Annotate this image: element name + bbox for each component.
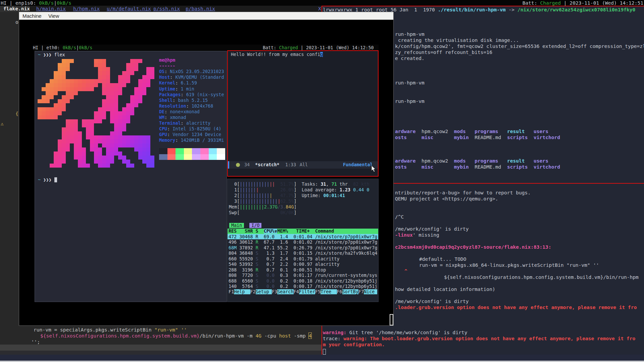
htop-pane[interactable]: 0[||||||||||||| 51.7%] 1[||||||| 26.0%] …	[227, 179, 379, 302]
text-span	[501, 164, 507, 170]
text-span: ->	[506, 7, 517, 12]
color-swatch	[159, 148, 167, 154]
text-span: :	[172, 98, 178, 103]
text-span: ]	[294, 204, 297, 209]
text-span: ./result/bin/run-hpm-vm	[438, 7, 506, 12]
text-span	[525, 128, 534, 134]
text-span	[466, 158, 475, 164]
text-span: Mem[	[229, 204, 240, 209]
text-span: run-vm = specialArgs.pkgs.writeScriptBin	[34, 327, 154, 333]
tab-active-flake-nix[interactable]: flake.nix	[0, 6, 30, 12]
vm-terminal-pane[interactable]: ~ ❯❯❯ flex me@hpm------OS: NixOS 23.05.2…	[35, 51, 227, 302]
tab-h-main-nix[interactable]: h/main.nix	[36, 6, 66, 12]
text-span: S	[256, 284, 258, 289]
text-span: 1[	[229, 187, 240, 192]
text-span: flex	[54, 52, 65, 57]
text-span: misc	[422, 164, 433, 170]
text-span: 0kB/s	[57, 0, 71, 6]
text-span: 1.3 1.7 0:01.15 /nix/store/ha2fv9kc6lq4	[258, 251, 378, 256]
tmux-status-bar	[0, 355, 644, 361]
text-span: Terminal	[159, 121, 181, 126]
terminal-line: QEMU project at <https://qemu.org>.	[395, 196, 498, 202]
text-span: 00:01:41	[324, 193, 345, 198]
htop-tab-main[interactable]: Main	[229, 223, 244, 228]
emacs-position: 1:33	[285, 162, 296, 168]
text-span: 68M	[229, 245, 237, 250]
text-span: 0kB/s	[63, 45, 76, 50]
fkey-action-setup[interactable]: Setup	[256, 289, 272, 294]
text-span: ❯❯❯	[41, 52, 54, 57]
text-span: mods	[454, 128, 466, 134]
htop-meter: Swp[ 0K/0K]	[229, 210, 297, 216]
text-span: 31	[320, 182, 326, 187]
menu-machine[interactable]: Machine	[22, 13, 42, 19]
fkey-action-sortby[interactable]: SortBy	[342, 289, 358, 294]
text-span: host	[279, 333, 291, 339]
text-span: #default... TODO	[419, 256, 466, 262]
fetch-line: Terminal: alacritty	[159, 121, 210, 126]
text-span: scripts	[507, 164, 528, 170]
text-span: NixOS 23.05.20231023	[170, 69, 224, 74]
text-span: c2bcsm4xmj0vd0capi9q2yc0yzl87-source/fla…	[395, 244, 551, 250]
tab-p-bash-nix[interactable]: p/bash.nix	[186, 6, 215, 12]
fkey-action-help[interactable]: Help	[234, 289, 250, 294]
terminal-line: -linux' missing	[395, 232, 439, 238]
fkey-action-search[interactable]: Search	[277, 289, 293, 294]
fetch-line: Memory: 1420MiB / 3931Mi	[159, 138, 224, 143]
text-span: 0.3 0:01.17 /run/current-system/sys	[275, 273, 377, 278]
menu-view[interactable]: View	[48, 13, 59, 19]
tab-u-m-default-nix[interactable]: u/m/default.nix	[107, 6, 151, 12]
text-span: 1 min	[181, 86, 194, 92]
fkey-action-tree[interactable]: Tree	[320, 289, 337, 294]
terminal-line: osts misc mybin README.md scripts virtch…	[395, 134, 560, 140]
text-span: 71	[332, 182, 337, 187]
text-span: Swp[	[229, 210, 240, 215]
htop-header-seg[interactable]: MEM% TIME+ Command	[277, 229, 334, 234]
text-span	[407, 164, 422, 170]
color-swatch	[167, 154, 176, 160]
text-span: misc	[422, 134, 433, 140]
terminal-cursor	[323, 349, 326, 355]
text-span: OS	[159, 69, 164, 74]
text-span: 1420MiB / 3931Mi	[181, 138, 224, 143]
text-span: 496 30612	[229, 240, 256, 245]
fkey-label: F3	[272, 289, 277, 294]
color-swatch	[200, 154, 209, 160]
htop-process-row: 804 36848 S 1.3 1.7 0:01.15 /nix/store/h…	[229, 251, 377, 256]
text-span: m your configuration.	[323, 342, 385, 347]
text-span: 0.7 0.1 0:00.51 htop	[258, 267, 326, 273]
fetch-line: Packages: 619 (nix-syste	[159, 92, 224, 98]
text-span: 26.0%	[280, 187, 294, 192]
htop-header-seg[interactable]: RES SHR S	[229, 229, 264, 234]
terminal-line: ntribute/report-a-bug> for how to report…	[395, 190, 531, 196]
fkey-action-nice[interactable]: Nice	[364, 289, 375, 294]
text-span: 0[	[229, 182, 240, 187]
color-swatch	[176, 148, 184, 154]
fkey-action-filter[interactable]: Filter	[299, 289, 315, 294]
text-span: 47.1 55.2 0:26.79 /nix/store/p7pp0ix0wr7…	[258, 245, 378, 250]
vim-code-line: ${self.nixosConfigurations.hpm.config.sy…	[40, 333, 311, 339]
emacs-scroll: All	[300, 162, 308, 168]
htop-function-key-bar: F1Help F2Setup F3SearchF4FilterF5Tree F6…	[229, 289, 377, 295]
emacs-pane[interactable]: Hello World!! from my emacs config 34 *s…	[227, 50, 379, 177]
emacs-line-count: 34	[244, 162, 250, 168]
tabline-close-button[interactable]: X	[318, 6, 321, 12]
text-span: ntribute/report-a-bug> for how to report…	[395, 190, 531, 195]
text-span	[275, 182, 280, 187]
text-span: :	[164, 109, 170, 114]
vm-network-status: HI | eth0: 0kB/s|0kB/s	[33, 45, 92, 51]
htop-tab-io[interactable]: I/O	[249, 223, 261, 228]
tab-h-hpm-nix[interactable]: h/hpm.nix	[73, 6, 100, 12]
text-span: Batt:	[263, 45, 279, 50]
text-span	[528, 134, 534, 140]
terminal-line: m your configuration.	[323, 342, 385, 348]
htop-header-seg[interactable]: CPU%∨	[264, 229, 277, 234]
terminal-line: run-hpm-vm	[395, 98, 425, 104]
bottom-strip	[0, 361, 644, 362]
text-span	[525, 158, 534, 164]
text-span: README.md	[475, 134, 501, 140]
terminal-line: run-vm = nixpkgs.x86_64-linux.pkgs.write…	[419, 262, 599, 268]
terminal-line: /^C	[395, 214, 404, 220]
tab-p-ssh-nix[interactable]: p/ssh.nix	[153, 6, 180, 12]
fkey-label: F4	[294, 289, 299, 294]
